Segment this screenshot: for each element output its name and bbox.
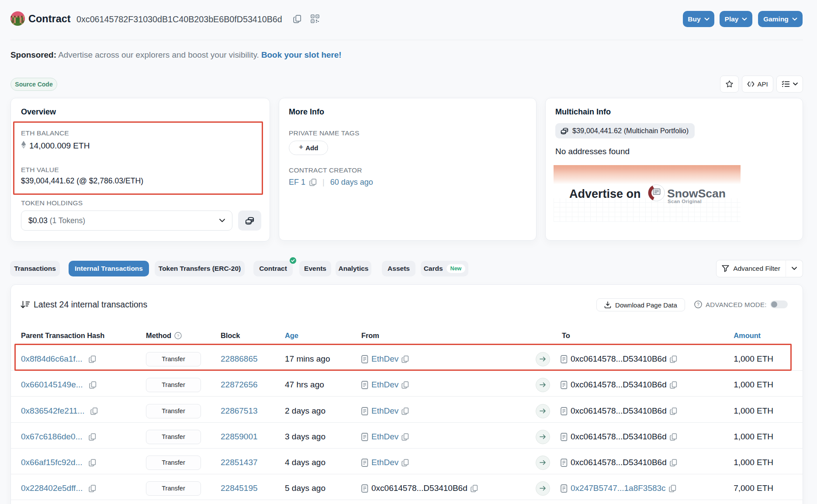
svg-text:?: ? bbox=[177, 333, 180, 338]
svg-text:?: ? bbox=[697, 302, 699, 307]
